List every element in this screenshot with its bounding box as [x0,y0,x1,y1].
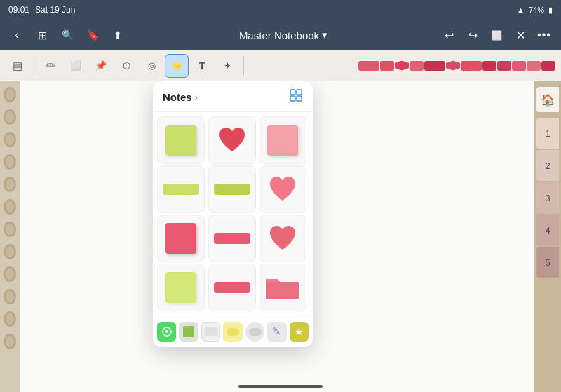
bookmark-button[interactable]: 🔖 [81,24,104,46]
sticker-pink-bar[interactable] [208,215,256,262]
swatch-10[interactable] [541,61,555,71]
pink-heart-2-shape [267,224,298,252]
battery-percent: 74% [529,6,544,14]
status-left: 09:01 Sat 19 Jun [8,5,75,15]
filter-pencil-button[interactable]: ✎ [267,322,286,342]
magic-tool[interactable]: ✦ [215,54,239,78]
sticker-pink-heart[interactable] [259,165,306,213]
sticker-dark-pink-sticky[interactable] [157,215,205,262]
swatch-7[interactable] [497,61,511,71]
swatch-2[interactable] [380,61,394,71]
swatch-1[interactable] [358,61,379,71]
title-chevron: ▾ [322,29,327,41]
tab-1-label: 1 [545,128,550,139]
popup-layout-button[interactable] [289,88,303,106]
popup-title: Notes [163,91,192,103]
status-right: ▲ 74% ▮ [517,6,553,15]
back-button[interactable]: ‹ [6,24,28,46]
tab-5[interactable]: 5 [536,247,559,278]
undo-button[interactable]: ↩ [438,24,460,46]
filter-star-button[interactable]: ★ [290,322,309,342]
green-bar-2-shape [214,184,250,195]
filter-yellow-oval-button[interactable] [223,322,242,342]
sticker-pink-bar-2[interactable] [208,264,256,311]
sticker-pink-sticky[interactable] [259,116,306,164]
tab-4[interactable]: 4 [536,215,559,245]
swatch-6[interactable] [482,61,496,71]
notes-popup: Notes › [153,81,313,347]
export-button[interactable]: ⬜ [485,24,508,46]
dark-pink-sticky-shape [165,223,196,254]
lasso-tool[interactable]: ◎ [140,54,163,78]
search-button[interactable]: 🔍 [56,24,79,46]
shapes-tool[interactable]: ⬡ [114,54,138,78]
home-icon: 🏠 [541,93,555,107]
divider-2 [243,56,244,76]
filter-gray-oval-button[interactable] [245,322,264,342]
spiral-ring [4,334,16,349]
tab-5-label: 5 [545,257,550,268]
spiral-ring [4,199,16,215]
spiral-ring [4,222,16,237]
svg-rect-0 [290,90,295,95]
wifi-icon: ▲ [517,6,525,14]
svg-rect-2 [290,96,295,101]
battery-icon: ▮ [548,6,553,15]
time: 09:01 [8,5,29,15]
tab-home[interactable]: 🏠 [536,87,559,118]
popup-title-row[interactable]: Notes › [163,91,198,103]
pink-bar-shape [214,233,250,244]
notebook-title-area[interactable]: Master Notebook ▾ [132,29,435,41]
redo-button[interactable]: ↪ [461,24,484,46]
swatch-5[interactable] [461,61,482,71]
date: Sat 19 Jun [35,5,75,15]
swatch-heart-2[interactable] [446,61,460,71]
sticker-pink-heart-2[interactable] [259,215,306,262]
close-button[interactable]: ✕ [509,24,532,46]
sticker-green-bar[interactable] [157,165,205,213]
eraser-tool[interactable]: ⬜ [64,54,88,78]
tab-2-label: 2 [545,161,550,171]
swatch-heart-1[interactable] [395,61,409,71]
swatch-4[interactable] [424,61,445,71]
tab-2[interactable]: 2 [536,150,559,181]
share-button[interactable]: ⬆ [107,24,129,46]
home-tab[interactable]: 🏠 [536,87,559,112]
tab-3[interactable]: 3 [536,182,559,213]
sticker-green-bar-2[interactable] [208,165,256,213]
sticker-tool[interactable]: ⭐ [165,54,189,78]
sticker-pink-folder[interactable] [259,264,306,311]
swatch-9[interactable] [527,61,541,71]
more-button[interactable]: ••• [533,24,555,46]
toolbar-right-actions: ↩ ↪ ⬜ ✕ ••• [438,24,555,46]
dark-pink-bar-2-shape [214,282,250,293]
tools-bar: ▤ ✏ ⬜ 📌 ⬡ ◎ ⭐ T ✦ [0,50,561,81]
tab-1[interactable]: 1 [536,118,559,149]
sticker-red-heart[interactable] [208,116,256,164]
right-tabs: 🏠 1 2 3 4 5 [534,81,561,392]
divider-1 [34,56,34,76]
filter-square-button[interactable] [179,322,198,342]
pink-heart-shape [267,175,298,203]
text-tool[interactable]: T [190,54,214,78]
tab-3-label: 3 [545,193,550,203]
grid-button[interactable]: ⊞ [31,24,53,46]
sticker-green-sticky[interactable] [157,116,205,164]
swatch-8[interactable] [512,61,526,71]
sticker-light-green-sticky[interactable] [157,264,205,311]
pink-folder-shape [265,273,300,302]
highlighter-tool[interactable]: 📌 [89,54,113,78]
popup-footer: ✎ ★ [153,316,313,347]
swatch-3[interactable] [410,61,424,71]
spiral-ring [4,177,16,192]
filter-all-button[interactable] [157,322,176,342]
tab-4-label: 4 [545,225,550,236]
sidebar-toggle-button[interactable]: ▤ [6,54,29,78]
toolbar: ‹ ⊞ 🔍 🔖 ⬆ Master Notebook ▾ ↩ ↪ ⬜ ✕ ••• [0,20,561,50]
filter-rect-button[interactable] [201,322,221,342]
pen-tool[interactable]: ✏ [39,54,62,78]
notebook-title: Master Notebook [239,29,319,41]
spiral-ring [4,244,16,259]
spiral-ring [4,311,16,327]
popup-header: Notes › [153,81,313,112]
